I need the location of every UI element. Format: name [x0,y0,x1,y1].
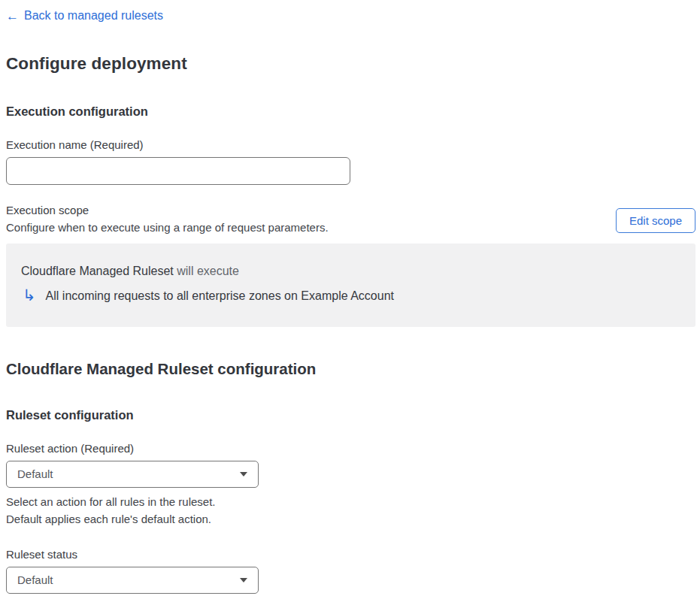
back-arrow-icon: ← [6,10,19,23]
ruleset-action-label: Ruleset action (Required) [6,442,695,455]
caret-down-icon [240,472,247,476]
execution-scope-description: Configure when to execute using a range … [6,221,329,234]
ruleset-configuration-page-heading: Cloudflare Managed Ruleset configuration [6,360,695,378]
ruleset-status-label: Ruleset status [6,548,695,561]
configure-deployment-page: ← Back to managed rulesets Configure dep… [0,0,700,596]
ruleset-action-help-line1: Select an action for all rules in the ru… [6,494,695,511]
ruleset-status-selected-value: Default [17,573,53,586]
branch-arrow-icon: ↳ [23,287,36,303]
ruleset-action-select[interactable]: Default [6,461,259,488]
back-link-label: Back to managed rulesets [24,9,163,23]
execution-scope-label: Execution scope [6,204,329,216]
scope-target-line: ↳ All incoming requests to all enterpris… [21,289,680,304]
execution-name-label: Execution name (Required) [6,138,695,151]
ruleset-action-help-line2: Default applies each rule's default acti… [6,511,695,528]
ruleset-action-help: Select an action for all rules in the ru… [6,494,695,528]
execution-name-input[interactable] [6,157,350,185]
edit-scope-button[interactable]: Edit scope [616,208,695,233]
scope-summary-panel: Cloudflare Managed Ruleset will execute … [6,244,695,327]
page-title: Configure deployment [6,54,695,74]
execution-scope-text-block: Execution scope Configure when to execut… [6,204,329,234]
execution-scope-row: Execution scope Configure when to execut… [6,204,695,234]
ruleset-action-selected-value: Default [17,467,53,480]
scope-ruleset-name: Cloudflare Managed Ruleset [21,265,174,277]
execution-configuration-heading: Execution configuration [6,104,695,119]
caret-down-icon [240,578,247,582]
scope-verb: will execute [177,265,239,277]
ruleset-status-select[interactable]: Default [6,567,259,594]
back-to-managed-rulesets-link[interactable]: ← Back to managed rulesets [6,9,163,23]
scope-summary-line: Cloudflare Managed Ruleset will execute [21,265,680,278]
scope-target-text: All incoming requests to all enterprise … [46,289,394,303]
ruleset-configuration-subheading: Ruleset configuration [6,408,695,422]
